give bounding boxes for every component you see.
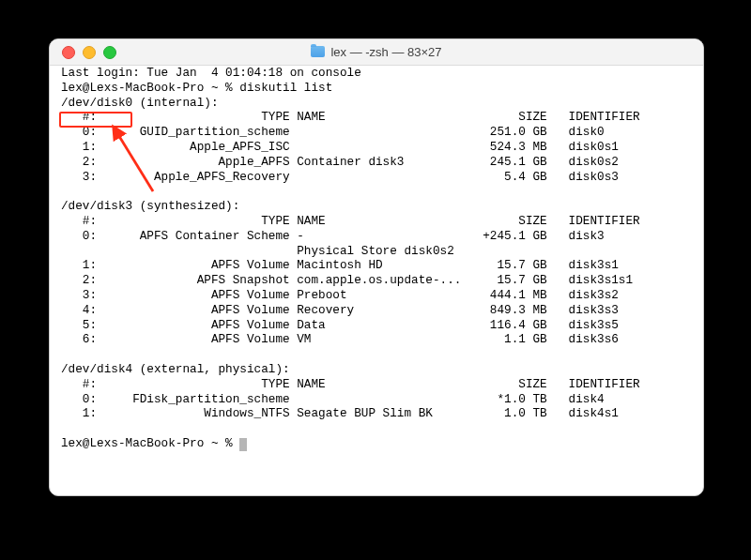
window-title-text: lex — -zsh — 83×27 [330,45,441,60]
terminal-window: lex — -zsh — 83×27 Last login: Tue Jan 4… [49,38,704,496]
annotation-highlight-box [59,112,132,128]
annotation-arrow-icon [112,128,157,195]
window-controls [62,46,116,59]
prompt-line[interactable]: lex@Lexs-MacBook-Pro ~ % [61,436,239,450]
cursor-icon [239,438,247,451]
folder-icon [311,46,325,57]
titlebar[interactable]: lex — -zsh — 83×27 [50,39,703,66]
zoom-icon[interactable] [103,46,116,59]
svg-line-1 [117,133,153,191]
minimize-icon[interactable] [83,46,96,59]
close-icon[interactable] [62,46,75,59]
window-title: lex — -zsh — 83×27 [50,45,703,60]
terminal-content[interactable]: Last login: Tue Jan 4 01:04:18 on consol… [61,66,640,451]
